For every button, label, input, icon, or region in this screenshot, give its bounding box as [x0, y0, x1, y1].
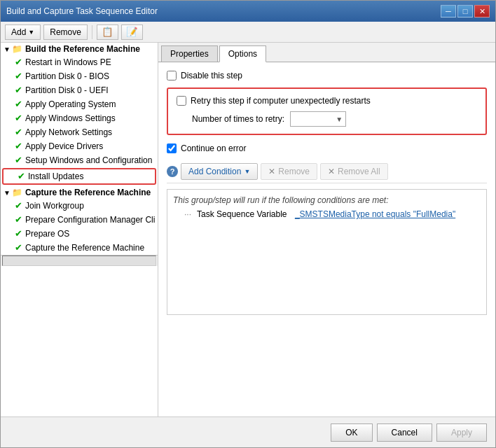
tree-item-apply-network[interactable]: ✔ Apply Network Settings: [1, 125, 158, 139]
toolbar-separator: [92, 25, 92, 39]
toolbar-icon-1: 📋: [102, 27, 113, 37]
continue-error-checkbox[interactable]: [167, 144, 177, 153]
tree-item-partition-bios-label: Partition Disk 0 - BIOS: [25, 70, 109, 83]
condition-entry: ··· Task Sequence Variable _SMSTSMediaTy…: [173, 209, 481, 219]
tree-item-capture-machine[interactable]: ✔ Capture the Reference Machine: [1, 241, 158, 255]
check-icon-restart: ✔: [15, 56, 22, 69]
remove-all-button: ✕ Remove All: [320, 163, 388, 180]
disable-step-row: Disable this step: [167, 71, 487, 80]
disable-step-checkbox[interactable]: [167, 71, 177, 80]
tree-item-partition-uefi[interactable]: ✔ Partition Disk 0 - UEFI: [1, 83, 158, 97]
ok-button[interactable]: OK: [331, 424, 372, 442]
folder-icon-1: 📁: [12, 44, 22, 54]
retry-checkbox[interactable]: [177, 96, 186, 106]
tree-item-partition-uefi-label: Partition Disk 0 - UEFI: [25, 84, 109, 97]
tree-item-install-updates-label: Install Updates: [28, 170, 83, 183]
toolbar-icon-btn-1[interactable]: 📋: [97, 24, 118, 40]
retry-count-label: Number of times to retry:: [192, 114, 284, 124]
expand-arrow-1: ▼: [4, 46, 11, 53]
check-icon-capture-machine: ✔: [15, 241, 22, 254]
condition-entry-spacer: [290, 209, 292, 219]
tree-item-apply-os[interactable]: ✔ Apply Operating System: [1, 97, 158, 111]
tree-item-apply-drivers-label: Apply Device Drivers: [25, 140, 103, 153]
remove-button[interactable]: Remove: [43, 24, 88, 40]
retry-count-row: Number of times to retry: ▼: [177, 111, 477, 127]
add-condition-button[interactable]: Add Condition ▼: [181, 163, 258, 180]
retry-box: Retry this step if computer unexpectedly…: [167, 88, 487, 135]
tree-item-partition-bios[interactable]: ✔ Partition Disk 0 - BIOS: [1, 69, 158, 83]
tree-item-join-workgroup-label: Join Workgroup: [25, 200, 84, 212]
dropdown-arrow-icon: ▼: [336, 115, 343, 123]
check-icon-join-workgroup: ✔: [15, 200, 22, 212]
tree-item-apply-drivers[interactable]: ✔ Apply Device Drivers: [1, 139, 158, 153]
tab-properties[interactable]: Properties: [161, 46, 218, 62]
tree-item-apply-windows[interactable]: ✔ Apply Windows Settings: [1, 111, 158, 125]
content-area: ▼ 📁 Build the Reference Machine ✔ Restar…: [1, 43, 495, 416]
tree-item-setup-windows[interactable]: ✔ Setup Windows and Configuration: [1, 153, 158, 167]
tree-item-prepare-config[interactable]: ✔ Prepare Configuration Manager Cli: [1, 213, 158, 227]
add-condition-label: Add Condition: [188, 167, 241, 176]
remove-all-label: Remove All: [338, 167, 380, 176]
check-icon-prepare-config: ✔: [15, 214, 22, 226]
condition-toolbar: ? Add Condition ▼ ✕ Remove ✕ Remove All: [167, 160, 487, 183]
remove-condition-button: ✕ Remove: [261, 163, 317, 180]
horizontal-scrollbar[interactable]: [1, 255, 158, 266]
continue-error-label: Continue on error: [181, 144, 246, 153]
folder-icon-2: 📁: [12, 188, 22, 197]
remove-label: Remove: [50, 27, 81, 37]
tab-options-label: Options: [228, 49, 257, 59]
add-label: Add: [11, 27, 26, 37]
minimize-button[interactable]: ─: [441, 5, 456, 18]
main-window: Build and Capture Task Sequence Editor ─…: [0, 0, 496, 448]
tree-item-install-updates[interactable]: ✔ Install Updates: [2, 168, 156, 185]
tree-item-prepare-os[interactable]: ✔ Prepare OS: [1, 227, 158, 241]
toolbar-icon-2: 📝: [126, 27, 138, 37]
check-icon-partition-uefi: ✔: [15, 84, 22, 97]
condition-description: This group/step will run if the followin…: [173, 195, 481, 205]
check-icon-apply-network: ✔: [15, 126, 22, 139]
retry-row: Retry this step if computer unexpectedly…: [177, 96, 477, 106]
conditions-box: This group/step will run if the followin…: [167, 189, 487, 315]
title-bar-buttons: ─ □ ✕: [441, 5, 490, 18]
check-icon-apply-windows: ✔: [15, 112, 22, 125]
condition-dots: ···: [184, 209, 191, 219]
add-dropdown-arrow: ▼: [28, 29, 34, 36]
apply-button[interactable]: Apply: [436, 424, 487, 442]
cancel-button[interactable]: Cancel: [377, 424, 432, 442]
check-icon-apply-os: ✔: [15, 98, 22, 111]
left-panel: ▼ 📁 Build the Reference Machine ✔ Restar…: [1, 43, 158, 416]
tree-item-capture-machine-label: Capture the Reference Machine: [25, 241, 144, 254]
check-icon-setup-windows: ✔: [15, 154, 22, 167]
check-icon-install-updates: ✔: [18, 170, 25, 183]
window-title: Build and Capture Task Sequence Editor: [6, 6, 158, 16]
add-condition-arrow-icon: ▼: [244, 168, 250, 175]
condition-entry-link[interactable]: _SMSTSMediaType not equals "FullMedia": [295, 209, 455, 219]
add-button[interactable]: Add ▼: [5, 24, 41, 40]
check-icon-partition-bios: ✔: [15, 70, 22, 83]
options-panel: Disable this step Retry this step if com…: [158, 62, 495, 416]
tree-item-apply-network-label: Apply Network Settings: [25, 126, 112, 139]
help-icon: ?: [167, 166, 178, 177]
disable-step-label: Disable this step: [181, 71, 242, 80]
tab-properties-label: Properties: [170, 49, 209, 59]
toolbar-icon-btn-2[interactable]: 📝: [121, 24, 143, 40]
tree-item-prepare-config-label: Prepare Configuration Manager Cli: [25, 214, 155, 226]
toolbar: Add ▼ Remove 📋 📝: [1, 22, 495, 43]
tree-item-restart[interactable]: ✔ Restart in Windows PE: [1, 55, 158, 69]
tree-item-restart-label: Restart in Windows PE: [25, 56, 111, 69]
expand-arrow-2: ▼: [4, 189, 11, 197]
continue-error-row: Continue on error: [167, 144, 487, 153]
right-panel: Properties Options Disable this step: [158, 43, 495, 416]
tree-item-apply-windows-label: Apply Windows Settings: [25, 112, 116, 125]
tab-options[interactable]: Options: [219, 46, 266, 62]
tree-item-join-workgroup[interactable]: ✔ Join Workgroup: [1, 199, 158, 213]
remove-condition-label: Remove: [278, 167, 310, 176]
group2-label[interactable]: ▼ 📁 Capture the Reference Machine: [1, 186, 158, 199]
group2-text: Capture the Reference Machine: [25, 188, 151, 197]
maximize-button[interactable]: □: [457, 5, 473, 18]
check-icon-apply-drivers: ✔: [15, 140, 22, 153]
close-button[interactable]: ✕: [474, 5, 490, 18]
remove-x-icon: ✕: [268, 167, 275, 176]
retry-count-dropdown[interactable]: ▼: [290, 111, 346, 127]
group1-label[interactable]: ▼ 📁 Build the Reference Machine: [1, 43, 158, 55]
